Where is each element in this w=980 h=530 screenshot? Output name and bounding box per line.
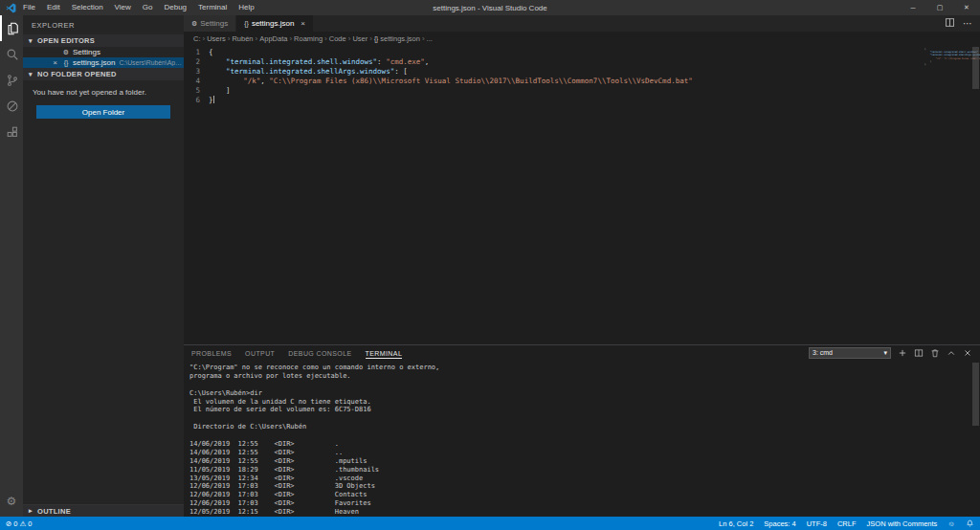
chevron-separator-icon: › xyxy=(228,34,231,43)
breadcrumb-item[interactable]: Rubén xyxy=(232,34,253,43)
terminal-output[interactable]: "C:\Program" no se reconoce como un coma… xyxy=(184,360,980,517)
menu-file[interactable]: File xyxy=(17,0,41,15)
panel-tab-output[interactable]: OUTPUT xyxy=(245,347,275,359)
search-icon[interactable] xyxy=(0,41,23,67)
indentation[interactable]: Spaces: 4 xyxy=(764,519,795,528)
breadcrumb-label: Rubén xyxy=(232,34,253,43)
chevron-separator-icon: › xyxy=(289,34,292,43)
close-icon[interactable]: × xyxy=(50,58,60,67)
panel-tab-problems[interactable]: PROBLEMS xyxy=(191,347,232,359)
editor-scrollbar[interactable] xyxy=(971,45,980,344)
breadcrumb-item[interactable]: Code xyxy=(329,34,346,43)
breadcrumb-label: Users xyxy=(207,34,226,43)
breadcrumb-item[interactable]: User xyxy=(352,34,368,43)
panel-tab-debug-console[interactable]: DEBUG CONSOLE xyxy=(288,347,351,359)
open-folder-button[interactable]: Open Folder xyxy=(36,105,170,119)
menu-edit[interactable]: Edit xyxy=(41,0,66,15)
chevron-separator-icon: › xyxy=(369,34,372,43)
menu-selection[interactable]: Selection xyxy=(66,0,109,15)
menu-debug[interactable]: Debug xyxy=(158,0,192,15)
status-right-items: Ln 6, Col 2Spaces: 4UTF-8CRLFJSON with C… xyxy=(719,519,937,528)
code-line: 2 "terminal.integrated.shell.windows": "… xyxy=(184,57,924,67)
source-control-icon[interactable] xyxy=(0,67,23,93)
tab-bar: ⚙ Settings {} settings.json × ⋯ xyxy=(184,15,980,32)
menu-go[interactable]: Go xyxy=(137,0,159,15)
warning-count: 0 xyxy=(28,519,32,528)
maximize-panel-chevron-up-icon[interactable] xyxy=(947,344,956,362)
code-text: ] xyxy=(209,86,231,96)
breadcrumb-label: Code xyxy=(329,34,346,43)
terminal-picker-value: 3: cmd xyxy=(813,349,833,356)
maximize-button[interactable]: ▢ xyxy=(926,0,953,15)
editor-body[interactable]: 1{2 "terminal.integrated.shell.windows":… xyxy=(184,45,980,344)
activity-bar: ⚙ xyxy=(0,15,23,517)
no-folder-message: You have not yet opened a folder. xyxy=(23,80,184,103)
code-text: "terminal.integrated.shell.windows": "cm… xyxy=(209,57,429,67)
minimize-button[interactable]: ─ xyxy=(900,0,926,15)
close-icon[interactable]: × xyxy=(301,19,305,28)
panel-header: PROBLEMSOUTPUTDEBUG CONSOLETERMINAL 3: c… xyxy=(184,345,980,360)
close-panel-icon[interactable] xyxy=(963,344,972,362)
kill-terminal-trash-icon[interactable] xyxy=(930,344,940,362)
code-area[interactable]: 1{2 "terminal.integrated.shell.windows":… xyxy=(184,45,924,344)
breadcrumb-item[interactable]: Roaming xyxy=(294,34,323,43)
code-text: "terminal.integrated.shellArgs.windows":… xyxy=(209,67,408,77)
chevron-separator-icon: › xyxy=(348,34,351,43)
open-editor-label: settings.json xyxy=(73,58,115,67)
open-editor-settings-json[interactable]: × {} settings.json C:\Users\Rubén\AppDat… xyxy=(23,57,184,68)
terminal-line xyxy=(189,414,980,423)
tab-settings-json[interactable]: {} settings.json × xyxy=(236,15,314,32)
error-icon: ⊘ xyxy=(6,519,11,528)
menu-view[interactable]: View xyxy=(109,0,137,15)
sidebar-title: EXPLORER xyxy=(23,15,184,34)
menu-help[interactable]: Help xyxy=(233,0,259,15)
section-no-folder-opened[interactable]: ▾ NO FOLDER OPENED xyxy=(23,68,184,80)
code-token xyxy=(209,67,226,76)
encoding[interactable]: UTF-8 xyxy=(807,519,827,528)
cursor-position[interactable]: Ln 6, Col 2 xyxy=(719,519,753,528)
menu-bar: FileEditSelectionViewGoDebugTerminalHelp xyxy=(17,0,260,15)
close-window-button[interactable]: ✕ xyxy=(953,0,980,15)
scrollbar-thumb[interactable] xyxy=(972,47,979,89)
chevron-separator-icon: › xyxy=(203,34,206,43)
code-token: : [ xyxy=(394,67,408,76)
terminal-scrollbar-thumb[interactable] xyxy=(972,363,979,426)
breadcrumb-item[interactable]: {}settings.json xyxy=(374,34,420,43)
tab-settings[interactable]: ⚙ Settings xyxy=(184,15,236,32)
panel-tab-terminal[interactable]: TERMINAL xyxy=(366,347,403,359)
menu-terminal[interactable]: Terminal xyxy=(192,0,233,15)
debug-icon[interactable] xyxy=(0,93,23,119)
split-terminal-icon[interactable] xyxy=(914,344,924,362)
section-open-editors[interactable]: ▾ OPEN EDITORS xyxy=(23,34,184,47)
breadcrumb-item[interactable]: AppData xyxy=(259,34,287,43)
code-line: 4 "/k", "C:\\Program Files (x86)\\Micros… xyxy=(184,77,924,86)
open-editor-settings[interactable]: ⚙ Settings xyxy=(23,47,184,57)
breadcrumb-item[interactable]: ... xyxy=(427,34,433,43)
line-number: 1 xyxy=(184,48,209,57)
terminal-picker[interactable]: 3: cmd ▾ xyxy=(809,347,891,359)
title-bar: FileEditSelectionViewGoDebugTerminalHelp… xyxy=(0,0,980,15)
manage-gear-icon[interactable]: ⚙ xyxy=(0,490,23,513)
json-icon: {} xyxy=(374,35,378,42)
explorer-icon[interactable] xyxy=(0,15,23,41)
tab-label: Settings xyxy=(200,19,228,28)
more-actions-icon[interactable]: ⋯ xyxy=(963,19,972,29)
breadcrumb-item[interactable]: Users xyxy=(207,34,226,43)
code-line: 3 "terminal.integrated.shellArgs.windows… xyxy=(184,67,924,77)
warning-icon: ⚠ xyxy=(19,519,26,528)
eol[interactable]: CRLF xyxy=(837,519,857,528)
status-bar: ⊘ 0 ⚠ 0 Ln 6, Col 2Spaces: 4UTF-8CRLFJSO… xyxy=(0,517,980,530)
breadcrumb-item[interactable]: C: xyxy=(193,34,201,43)
feedback-smiley-icon[interactable]: ☺ xyxy=(947,519,955,528)
gear-icon: ⚙ xyxy=(60,49,72,56)
terminal-line: 11/05/2019 18:29 <DIR> .thumbnails xyxy=(189,466,980,475)
new-terminal-icon[interactable] xyxy=(898,344,907,362)
split-editor-icon[interactable] xyxy=(945,17,955,30)
notifications-bell-icon[interactable] xyxy=(966,519,974,528)
section-outline[interactable]: ▸ OUTLINE xyxy=(23,504,184,517)
extensions-icon[interactable] xyxy=(0,119,23,144)
language-mode[interactable]: JSON with Comments xyxy=(867,519,938,528)
open-editor-label: Settings xyxy=(73,48,100,56)
problems-indicator[interactable]: ⊘ 0 ⚠ 0 xyxy=(6,519,32,528)
breadcrumb-label: AppData xyxy=(259,34,287,43)
